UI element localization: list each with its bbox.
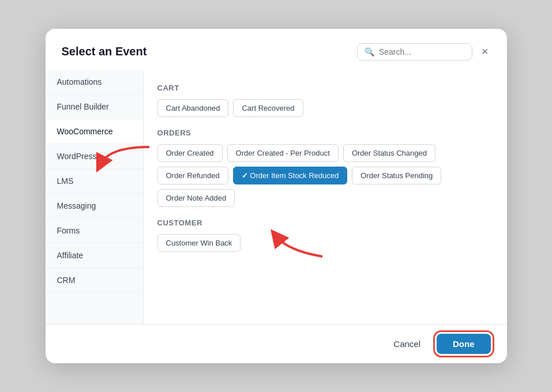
- customer-tags-row: Customer Win Back: [157, 234, 493, 252]
- sidebar-item-lms[interactable]: LMS: [46, 169, 143, 194]
- modal-footer: Cancel Done: [46, 324, 507, 363]
- sidebar-item-wordpress[interactable]: WordPress: [46, 144, 143, 169]
- orders-tags-row-1: Order Created Order Created - Per Produc…: [157, 144, 493, 162]
- tag-order-created-per-product[interactable]: Order Created - Per Product: [227, 144, 339, 162]
- cart-tags-row: Cart Abandoned Cart Recovered: [157, 99, 493, 117]
- sidebar-item-messaging[interactable]: Messaging: [46, 194, 143, 218]
- modal-header: Select an Event 🔍 ×: [46, 29, 507, 70]
- tag-order-note-added[interactable]: Order Note Added: [157, 189, 235, 207]
- search-box[interactable]: 🔍: [357, 43, 472, 61]
- cancel-button[interactable]: Cancel: [384, 334, 430, 353]
- sidebar-item-funnel-builder[interactable]: Funnel Builder: [46, 95, 143, 119]
- tag-cart-abandoned[interactable]: Cart Abandoned: [157, 99, 229, 117]
- sidebar-item-woocommerce[interactable]: WooCommerce: [46, 119, 143, 144]
- tag-order-status-pending[interactable]: Order Status Pending: [352, 167, 441, 184]
- modal-body: Automations Funnel Builder WooCommerce W…: [46, 70, 507, 324]
- orders-tags-row-2: Order Refunded Order Item Stock Reduced …: [157, 167, 493, 184]
- tag-order-created[interactable]: Order Created: [157, 144, 223, 162]
- tag-order-status-changed[interactable]: Order Status Changed: [343, 144, 435, 162]
- select-event-modal: Select an Event 🔍 × Automations Funnel B…: [46, 29, 507, 363]
- search-icon: 🔍: [365, 47, 374, 56]
- section-cart-label: Cart: [157, 84, 493, 92]
- modal-title: Select an Event: [62, 45, 147, 58]
- orders-tags-row-3: Order Note Added: [157, 189, 493, 207]
- content-area: Cart Cart Abandoned Cart Recovered Order…: [144, 70, 507, 324]
- tag-cart-recovered[interactable]: Cart Recovered: [233, 99, 303, 117]
- section-customer-label: Customer: [157, 218, 493, 227]
- sidebar-item-automations[interactable]: Automations: [46, 70, 143, 95]
- close-button[interactable]: ×: [479, 43, 491, 61]
- sidebar: Automations Funnel Builder WooCommerce W…: [46, 70, 144, 324]
- done-button[interactable]: Done: [437, 334, 491, 354]
- sidebar-item-affiliate[interactable]: Affiliate: [46, 243, 143, 268]
- section-orders-label: Orders: [157, 129, 493, 137]
- tag-customer-win-back[interactable]: Customer Win Back: [157, 234, 241, 252]
- header-controls: 🔍 ×: [357, 43, 491, 61]
- sidebar-item-forms[interactable]: Forms: [46, 218, 143, 243]
- search-input[interactable]: [379, 47, 465, 56]
- tag-order-item-stock-reduced[interactable]: Order Item Stock Reduced: [233, 167, 348, 184]
- sidebar-item-crm[interactable]: CRM: [46, 268, 143, 293]
- tag-order-refunded[interactable]: Order Refunded: [157, 167, 228, 184]
